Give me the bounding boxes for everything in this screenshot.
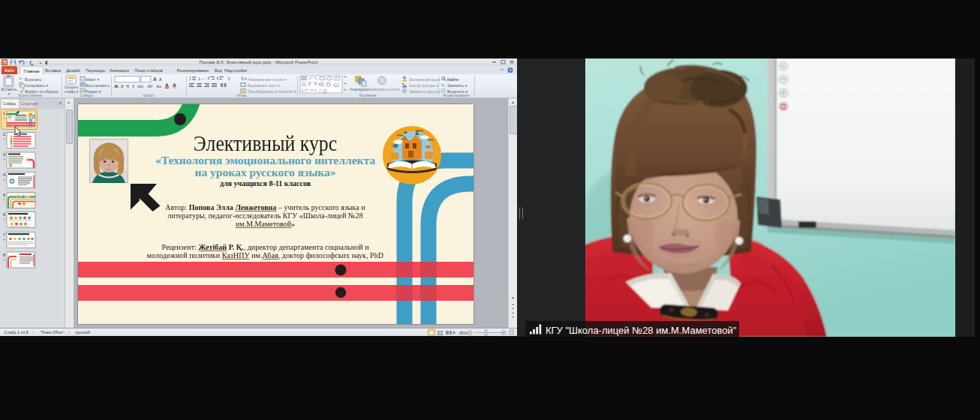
svg-text:2: 2 (3, 132, 5, 136)
svg-text:·: · (26, 60, 27, 65)
svg-text:Ч: Ч (126, 84, 129, 88)
svg-text:✦: ✦ (3, 158, 6, 161)
svg-text:А: А (159, 77, 162, 82)
svg-text:AV: AV (147, 84, 154, 88)
svg-text:95%: 95% (459, 331, 467, 335)
svg-text:А: А (153, 76, 157, 82)
svg-text:6: 6 (3, 212, 5, 217)
svg-text:abc: abc (137, 84, 144, 88)
svg-text:A: A (165, 82, 169, 88)
svg-text:✦: ✦ (3, 238, 6, 242)
svg-text:Структура: Структура (21, 102, 38, 106)
svg-text:⇕A: ⇕A (240, 76, 247, 81)
svg-text:Слайды: Слайды (3, 101, 16, 106)
svg-text:✦: ✦ (3, 218, 6, 221)
svg-text:5: 5 (3, 193, 5, 197)
svg-text:Ж: Ж (114, 84, 119, 88)
svg-text:✦: ✦ (3, 178, 6, 182)
svg-text:7: 7 (3, 232, 5, 237)
svg-text:8: 8 (3, 253, 5, 257)
svg-text:⇕: ⇕ (227, 76, 231, 81)
svg-text:✦: ✦ (3, 137, 6, 141)
svg-text:A: A (173, 82, 176, 88)
svg-text:1.—: 1.— (198, 76, 205, 81)
svg-text:✦: ✦ (3, 258, 6, 262)
svg-text:К: К (120, 84, 125, 88)
svg-text:S: S (132, 84, 134, 88)
svg-text:✎: ✎ (441, 83, 445, 88)
svg-text:1: 1 (3, 111, 5, 116)
svg-text:Aa: Aa (156, 84, 161, 88)
svg-text:3: 3 (3, 152, 5, 157)
svg-text:✂: ✂ (19, 76, 23, 81)
svg-text:4: 4 (3, 172, 5, 177)
svg-text:✦: ✦ (3, 198, 6, 202)
